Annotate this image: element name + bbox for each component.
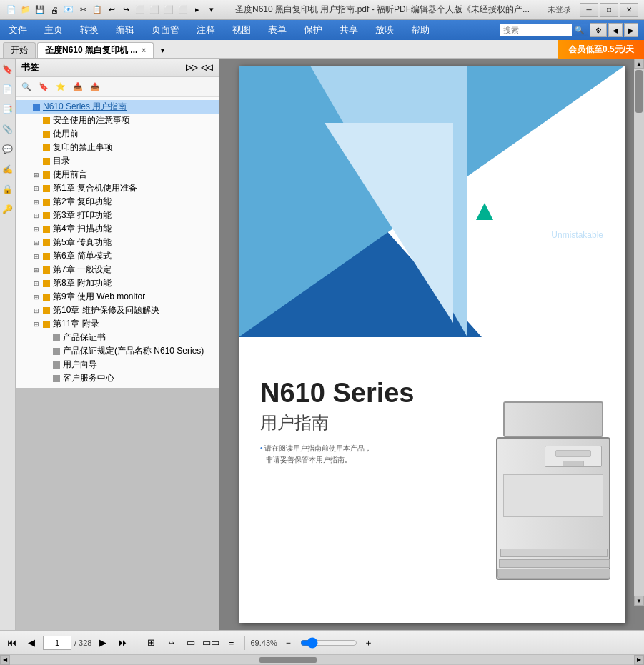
view-double-button[interactable]: ▭▭ — [202, 634, 219, 651]
bookmark-item-19[interactable]: 产品保证规定(产品名称 N610 Series) — [16, 344, 219, 358]
sidebar-expand-all[interactable]: ▷▷ — [185, 61, 198, 74]
bookmark-item-2[interactable]: 安全使用的注意事项 — [16, 114, 219, 127]
forward-button[interactable]: ▶ — [624, 23, 638, 37]
menu-edit[interactable]: 编辑 — [107, 20, 143, 40]
menu-forms[interactable]: 表单 — [259, 20, 295, 40]
minimize-button[interactable]: ─ — [580, 3, 598, 17]
scrollbar-down-button[interactable]: ▼ — [634, 596, 644, 606]
menu-share[interactable]: 共享 — [331, 20, 367, 40]
tb-icon2[interactable]: ⬜ — [149, 4, 160, 16]
menu-protect[interactable]: 保护 — [295, 20, 331, 40]
page-prev-button[interactable]: ◀ — [23, 634, 40, 651]
bookmark-expand-icon-14[interactable]: ⊞ — [31, 279, 41, 289]
bm-tool-add[interactable]: 🔖 — [36, 79, 51, 95]
scrollbar-thumb[interactable] — [635, 70, 643, 113]
save-icon[interactable]: 💾 — [34, 4, 46, 16]
page-number-input[interactable] — [43, 636, 71, 650]
page-next-button[interactable]: ▶ — [94, 634, 112, 651]
member-banner-button[interactable]: 会员低至0.5元/天 — [558, 40, 644, 59]
scroll-h-track[interactable] — [10, 656, 634, 664]
pdf-scroll-area[interactable]: Sindoh Unmistakable — [219, 59, 644, 630]
email-icon[interactable]: 📧 — [63, 4, 74, 16]
bookmark-item-9[interactable]: ⊞第3章 打印功能 — [16, 209, 219, 222]
close-button[interactable]: ✕ — [620, 3, 638, 17]
menu-help[interactable]: 帮助 — [402, 20, 438, 40]
fit-page-button[interactable]: ⊞ — [142, 634, 159, 651]
bookmark-expand-icon-12[interactable]: ⊞ — [31, 251, 41, 261]
new-icon[interactable]: 📁 — [20, 4, 31, 16]
view-scroll-button[interactable]: ≡ — [222, 634, 239, 651]
menu-view[interactable]: 视图 — [224, 20, 259, 40]
bm-tool-highlight[interactable]: ⭐ — [53, 79, 69, 95]
left-icon-bookmark[interactable]: 🔖 — [1, 61, 14, 77]
tab-close-icon[interactable]: × — [142, 46, 146, 54]
bookmark-expand-icon-16[interactable]: ⊞ — [31, 306, 41, 316]
bm-tool-import[interactable]: 📥 — [70, 79, 86, 95]
menu-comment[interactable]: 注释 — [188, 20, 224, 40]
copy-icon[interactable]: 📋 — [91, 4, 103, 16]
bookmark-item-3[interactable]: 使用前 — [16, 127, 219, 141]
bookmark-item-16[interactable]: ⊞第10章 维护保修及问题解决 — [16, 304, 219, 317]
search-box[interactable]: 🔍 — [500, 24, 588, 36]
bm-tool-search[interactable]: 🔍 — [19, 79, 34, 95]
tab-dropdown-button[interactable]: ▾ — [155, 42, 169, 58]
bookmark-item-20[interactable]: 用户向导 — [16, 358, 219, 371]
bookmark-item-21[interactable]: 客户服务中心 — [16, 371, 219, 385]
fit-width-button[interactable]: ↔ — [162, 634, 179, 651]
bookmark-item-4[interactable]: 复印的禁止事项 — [16, 141, 219, 154]
scroll-right-button[interactable]: ▶ — [634, 655, 644, 665]
settings-button[interactable]: ⚙ — [590, 23, 607, 37]
left-icon-page[interactable]: 📄 — [1, 81, 14, 97]
bookmark-item-15[interactable]: ⊞第9章 使用 Web monitor — [16, 290, 219, 304]
scrollbar-track[interactable] — [634, 69, 644, 596]
view-single-button[interactable]: ▭ — [182, 634, 199, 651]
back-button[interactable]: ◀ — [608, 23, 623, 37]
bookmark-expand-icon-6[interactable]: ⊞ — [31, 170, 41, 180]
bookmark-expand-icon-9[interactable]: ⊞ — [31, 211, 41, 221]
bookmark-item-7[interactable]: ⊞第1章 复合机使用准备 — [16, 181, 219, 195]
bookmark-item-14[interactable]: ⊞第8章 附加功能 — [16, 276, 219, 290]
page-last-button[interactable]: ⏭ — [114, 634, 132, 651]
left-icon-security[interactable]: 🔒 — [1, 181, 14, 197]
scrollbar-vertical[interactable]: ▲ ▼ — [634, 59, 644, 606]
cut-icon[interactable]: ✂ — [77, 4, 89, 16]
bookmark-item-8[interactable]: ⊞第2章 复印功能 — [16, 195, 219, 209]
zoom-slider[interactable] — [300, 637, 357, 649]
scrollbar-up-button[interactable]: ▲ — [634, 59, 644, 69]
menu-pages[interactable]: 页面管 — [143, 20, 188, 40]
bookmark-expand-icon-7[interactable]: ⊞ — [31, 184, 41, 194]
left-icon-layers[interactable]: 📑 — [1, 101, 14, 117]
undo-icon[interactable]: ↩ — [106, 4, 117, 16]
tab-document[interactable]: 圣度N610 黑白复印机 ... × — [37, 42, 154, 58]
left-icon-sign[interactable]: ✍ — [1, 161, 14, 177]
bookmark-item-10[interactable]: ⊞第4章 扫描功能 — [16, 222, 219, 236]
bookmark-expand-icon-10[interactable]: ⊞ — [31, 224, 41, 234]
menu-home[interactable]: 主页 — [36, 20, 71, 40]
tb-icon4[interactable]: ⬜ — [177, 4, 189, 16]
tb-icon1[interactable]: ⬜ — [134, 4, 146, 16]
bookmark-expand-icon-11[interactable]: ⊞ — [31, 238, 41, 248]
tb-icon5[interactable]: ▸ — [192, 4, 203, 16]
maximize-button[interactable]: □ — [600, 3, 618, 17]
tb-icon3[interactable]: ⬜ — [163, 4, 174, 16]
tb-icon6[interactable]: ▾ — [206, 4, 217, 16]
left-icon-attach[interactable]: 📎 — [1, 121, 14, 137]
bookmark-item-6[interactable]: ⊞使用前言 — [16, 168, 219, 181]
bookmark-item-12[interactable]: ⊞第6章 简单模式 — [16, 249, 219, 263]
menu-file[interactable]: 文件 — [0, 20, 36, 40]
bookmark-item-17[interactable]: ⊞第11章 附录 — [16, 317, 219, 331]
redo-icon[interactable]: ↪ — [120, 4, 132, 16]
bookmark-item-18[interactable]: 产品保证书 — [16, 331, 219, 344]
bookmark-expand-icon-8[interactable]: ⊞ — [31, 197, 41, 207]
left-icon-stamp[interactable]: 🔑 — [1, 201, 14, 217]
bm-tool-export[interactable]: 📤 — [87, 79, 103, 95]
bookmark-expand-icon-17[interactable]: ⊞ — [31, 319, 41, 329]
bookmark-item-1[interactable]: N610 Series 用户指南 — [16, 100, 219, 114]
zoom-in-button[interactable]: ＋ — [360, 634, 377, 651]
scroll-left-button[interactable]: ◀ — [0, 655, 10, 665]
scrollbar-horizontal[interactable]: ◀ ▶ — [0, 654, 644, 664]
sidebar-collapse-all[interactable]: ◁◁ — [200, 61, 213, 74]
tab-start[interactable]: 开始 — [3, 42, 36, 58]
print-icon[interactable]: 🖨 — [49, 4, 60, 16]
zoom-out-button[interactable]: － — [280, 634, 297, 651]
